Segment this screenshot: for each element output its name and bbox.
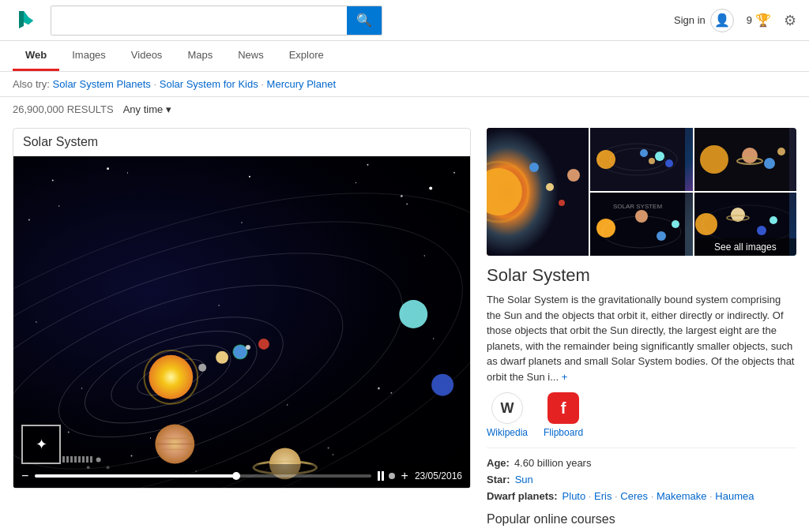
svg-point-61 <box>777 148 785 155</box>
fact-star-label: Star: <box>487 474 510 485</box>
also-try-link-kids[interactable]: Solar System for Kids <box>160 78 258 90</box>
header-right: Sign in 👤 9 🏆 ⚙ <box>674 9 796 32</box>
nav-tabs: Web Images Videos Maps News Explore <box>0 41 809 72</box>
search-bar: solar system 🔍 <box>51 6 382 36</box>
svg-point-66 <box>635 210 648 223</box>
eris-link[interactable]: Eris <box>594 490 611 502</box>
separator-2: · <box>261 78 266 90</box>
svg-point-58 <box>742 148 758 163</box>
header: solar system 🔍 Sign in 👤 9 🏆 ⚙ <box>0 0 809 41</box>
svg-point-5 <box>429 187 432 190</box>
svg-point-44 <box>529 163 539 172</box>
main-content: Solar System <box>0 122 809 532</box>
svg-point-38 <box>96 457 101 462</box>
tab-web[interactable]: Web <box>13 41 59 71</box>
tab-news[interactable]: News <box>225 41 277 71</box>
search-input[interactable]: solar system <box>51 6 347 35</box>
facts-list: Age: 4.60 billion years Star: Sun Dwarf … <box>487 448 796 504</box>
image-cell-large[interactable] <box>487 128 589 256</box>
fact-dwarf-planets-values: Pluto · Eris · Ceres · Makemake · Haumea <box>563 490 754 502</box>
fact-age-value: 4.60 billion years <box>514 457 592 469</box>
image-cell-top-right[interactable] <box>590 128 692 191</box>
record-indicator <box>389 473 395 479</box>
courses-section-title: Popular online courses <box>487 512 796 526</box>
solar-thumbnail[interactable]: ✦ <box>21 425 61 464</box>
search-icon: 🔍 <box>356 13 372 28</box>
svg-point-67 <box>657 231 666 241</box>
progress-bar[interactable] <box>35 474 371 478</box>
time-filter-dropdown[interactable]: Any time ▾ <box>123 103 172 115</box>
tab-images[interactable]: Images <box>59 41 119 71</box>
ceres-link[interactable]: Ceres <box>620 490 648 502</box>
search-button[interactable]: 🔍 <box>347 6 382 35</box>
tick-marks <box>62 456 92 463</box>
rewards-badge[interactable]: 9 🏆 <box>747 13 771 28</box>
svg-point-46 <box>559 200 565 206</box>
zoom-plus-button[interactable]: + <box>401 469 408 483</box>
description-more-link[interactable]: + <box>562 371 568 383</box>
fact-dwarf-planets-label: Dwarf planets: <box>487 490 558 502</box>
tab-maps[interactable]: Maps <box>175 41 225 71</box>
date-label: 23/05/2016 <box>415 470 462 481</box>
zoom-minus-button[interactable]: − <box>21 469 28 483</box>
image-cell-bottom-left[interactable]: SOLAR SYSTEM <box>590 193 692 256</box>
haumea-link[interactable]: Haumea <box>715 490 754 502</box>
svg-point-49 <box>596 150 615 169</box>
svg-point-10 <box>130 455 132 456</box>
svg-point-6 <box>453 172 455 174</box>
fact-dwarf-planets: Dwarf planets: Pluto · Eris · Ceres · Ma… <box>487 488 796 504</box>
left-column: Solar System <box>13 128 471 532</box>
svg-point-2 <box>107 167 109 170</box>
knowledge-panel-title: Solar System <box>487 265 796 286</box>
pause-button[interactable] <box>378 471 384 481</box>
user-avatar-icon: 👤 <box>710 9 734 32</box>
images-grid: SOLAR SYSTEM <box>487 128 796 256</box>
bing-logo[interactable] <box>13 6 41 35</box>
settings-icon[interactable]: ⚙ <box>784 12 796 29</box>
svg-point-37 <box>431 374 453 396</box>
svg-point-54 <box>655 152 664 161</box>
playback-controls <box>378 471 395 481</box>
svg-point-4 <box>367 164 368 166</box>
solar-system-visualization[interactable]: ✦ − <box>13 156 470 488</box>
also-try-link-planets[interactable]: Solar System Planets <box>53 78 151 90</box>
svg-point-24 <box>216 351 228 364</box>
svg-point-20 <box>13 156 470 488</box>
svg-point-47 <box>567 169 580 182</box>
wikipedia-icon: W <box>491 392 523 424</box>
rewards-count: 9 <box>747 14 752 26</box>
solar-system-card: Solar System <box>13 128 471 489</box>
sun-link[interactable]: Sun <box>515 474 533 485</box>
source-links: W Wikipedia f Flipboard <box>487 392 796 438</box>
planets-svg <box>13 156 470 488</box>
courses-section: Popular online courses Scale of solar sy… <box>487 512 796 532</box>
wikipedia-link[interactable]: W Wikipedia <box>487 392 528 438</box>
svg-point-23 <box>198 364 206 372</box>
video-controls-bar: − <box>13 464 470 488</box>
tab-videos[interactable]: Videos <box>119 41 175 71</box>
svg-point-18 <box>13 202 434 488</box>
svg-point-28 <box>258 339 269 350</box>
image-cell-middle-right[interactable] <box>694 128 796 191</box>
svg-point-36 <box>399 300 427 328</box>
svg-point-57 <box>700 145 728 174</box>
svg-point-27 <box>246 345 250 350</box>
separator-1: · <box>154 78 160 90</box>
svg-point-21 <box>149 355 193 399</box>
svg-point-19 <box>13 158 470 488</box>
also-try-bar: Also try: Solar System Planets · Solar S… <box>0 72 809 97</box>
see-all-images-overlay[interactable]: See all images <box>694 238 796 256</box>
right-column: SOLAR SYSTEM <box>487 128 796 532</box>
makemake-link[interactable]: Makemake <box>657 490 707 502</box>
fact-star-value: Sun <box>515 474 533 485</box>
time-filter-label: Any time <box>123 103 164 115</box>
tab-explore[interactable]: Explore <box>277 41 337 71</box>
flipboard-link[interactable]: f Flipboard <box>544 392 583 438</box>
pluto-link[interactable]: Pluto <box>563 490 586 502</box>
also-try-link-mercury[interactable]: Mercury Planet <box>267 78 336 90</box>
svg-point-7 <box>406 204 408 205</box>
sign-in-button[interactable]: Sign in 👤 <box>674 9 734 32</box>
fact-star: Star: Sun <box>487 471 796 488</box>
chevron-down-icon: ▾ <box>166 103 171 115</box>
image-cell-bottom-right[interactable]: See all images <box>694 193 796 256</box>
